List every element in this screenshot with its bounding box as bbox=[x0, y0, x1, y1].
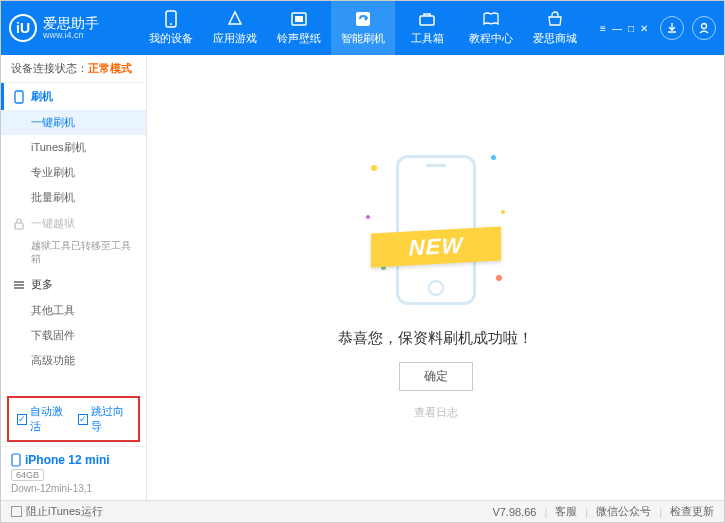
device-sub: Down-12mini-13,1 bbox=[11, 483, 136, 494]
options-row: ✓ 自动激活 ✓ 跳过向导 bbox=[7, 396, 140, 442]
nav-label: 智能刷机 bbox=[341, 31, 385, 46]
download-icon bbox=[665, 21, 679, 35]
device-info[interactable]: iPhone 12 mini 64GB Down-12mini-13,1 bbox=[1, 446, 146, 500]
version-label: V7.98.66 bbox=[492, 506, 536, 518]
sidebar-item-advanced[interactable]: 高级功能 bbox=[1, 348, 146, 373]
app-name: 爱思助手 bbox=[43, 16, 99, 30]
maximize-icon[interactable]: □ bbox=[628, 23, 634, 34]
svg-rect-4 bbox=[356, 12, 370, 26]
footer: 阻止iTunes运行 V7.98.66 | 客服 | 微信公众号 | 检查更新 bbox=[1, 500, 724, 522]
download-button[interactable] bbox=[660, 16, 684, 40]
store-icon bbox=[546, 10, 564, 28]
checkbox-icon: ✓ bbox=[17, 414, 27, 425]
nav-label: 爱思商城 bbox=[533, 31, 577, 46]
device-icon bbox=[11, 453, 21, 467]
sidebar-item-batch-flash[interactable]: 批量刷机 bbox=[1, 185, 146, 210]
checkbox-icon: ✓ bbox=[78, 414, 88, 425]
lock-icon bbox=[13, 218, 25, 230]
top-nav: 我的设备 应用游戏 铃声壁纸 智能刷机 工具箱 教程中心 爱思商城 bbox=[139, 1, 600, 55]
footer-link-update[interactable]: 检查更新 bbox=[670, 504, 714, 519]
phone-small-icon bbox=[13, 90, 25, 104]
checkbox-block-itunes[interactable] bbox=[11, 506, 22, 517]
status-value: 正常模式 bbox=[88, 62, 132, 74]
sidebar-section-jailbreak: 一键越狱 bbox=[1, 210, 146, 237]
menu-icon[interactable]: ≡ bbox=[600, 23, 606, 34]
section-label: 刷机 bbox=[31, 89, 53, 104]
new-ribbon: NEW bbox=[371, 227, 501, 268]
confirm-button[interactable]: 确定 bbox=[399, 362, 473, 391]
main-content: NEW 恭喜您，保资料刷机成功啦！ 确定 查看日志 bbox=[147, 55, 724, 500]
jailbreak-note: 越狱工具已转移至工具箱 bbox=[1, 237, 146, 271]
sidebar-item-other-tools[interactable]: 其他工具 bbox=[1, 298, 146, 323]
phone-icon bbox=[162, 10, 180, 28]
sidebar-item-pro-flash[interactable]: 专业刷机 bbox=[1, 160, 146, 185]
checkbox-skip-guide[interactable]: ✓ 跳过向导 bbox=[78, 404, 131, 434]
logo-icon: iU bbox=[9, 14, 37, 42]
sidebar: 设备连接状态：正常模式 刷机 一键刷机 iTunes刷机 专业刷机 批量刷机 一… bbox=[1, 55, 147, 500]
nav-toolbox[interactable]: 工具箱 bbox=[395, 1, 459, 55]
minimize-icon[interactable]: — bbox=[612, 23, 622, 34]
nav-label: 铃声壁纸 bbox=[277, 31, 321, 46]
success-illustration: NEW bbox=[361, 135, 511, 315]
body: 设备连接状态：正常模式 刷机 一键刷机 iTunes刷机 专业刷机 批量刷机 一… bbox=[1, 55, 724, 500]
header-right: ≡ — □ ✕ bbox=[600, 16, 716, 40]
more-icon bbox=[13, 280, 25, 290]
footer-link-wechat[interactable]: 微信公众号 bbox=[596, 504, 651, 519]
checkbox-auto-activate[interactable]: ✓ 自动激活 bbox=[17, 404, 70, 434]
success-message: 恭喜您，保资料刷机成功啦！ bbox=[338, 329, 533, 348]
checkbox-label: 跳过向导 bbox=[91, 404, 130, 434]
sidebar-item-oneclick-flash[interactable]: 一键刷机 bbox=[1, 110, 146, 135]
nav-label: 我的设备 bbox=[149, 31, 193, 46]
connection-status: 设备连接状态：正常模式 bbox=[1, 55, 146, 83]
svg-rect-3 bbox=[295, 16, 303, 22]
logo: iU 爱思助手 www.i4.cn bbox=[9, 14, 139, 42]
nav-apps[interactable]: 应用游戏 bbox=[203, 1, 267, 55]
view-log-link[interactable]: 查看日志 bbox=[414, 405, 458, 420]
nav-ringtones[interactable]: 铃声壁纸 bbox=[267, 1, 331, 55]
nav-store[interactable]: 爱思商城 bbox=[523, 1, 587, 55]
app-header: iU 爱思助手 www.i4.cn 我的设备 应用游戏 铃声壁纸 智能刷机 工具… bbox=[1, 1, 724, 55]
device-capacity: 64GB bbox=[11, 469, 44, 481]
close-icon[interactable]: ✕ bbox=[640, 23, 648, 34]
app-url: www.i4.cn bbox=[43, 30, 99, 40]
section-label: 一键越狱 bbox=[31, 216, 75, 231]
section-label: 更多 bbox=[31, 277, 53, 292]
svg-rect-9 bbox=[12, 454, 20, 466]
block-itunes-label: 阻止iTunes运行 bbox=[26, 504, 103, 519]
footer-link-support[interactable]: 客服 bbox=[555, 504, 577, 519]
nav-my-device[interactable]: 我的设备 bbox=[139, 1, 203, 55]
svg-point-6 bbox=[702, 24, 707, 29]
sidebar-item-download-firmware[interactable]: 下载固件 bbox=[1, 323, 146, 348]
toolbox-icon bbox=[418, 10, 436, 28]
user-icon bbox=[697, 21, 711, 35]
device-name: iPhone 12 mini bbox=[11, 453, 136, 467]
checkbox-label: 自动激活 bbox=[30, 404, 69, 434]
nav-smart-flash[interactable]: 智能刷机 bbox=[331, 1, 395, 55]
sidebar-section-more[interactable]: 更多 bbox=[1, 271, 146, 298]
svg-rect-7 bbox=[15, 91, 23, 103]
svg-rect-5 bbox=[420, 16, 434, 25]
book-icon bbox=[482, 10, 500, 28]
sidebar-section-flash[interactable]: 刷机 bbox=[1, 83, 146, 110]
svg-rect-8 bbox=[15, 223, 23, 229]
status-label: 设备连接状态： bbox=[11, 62, 88, 74]
nav-label: 教程中心 bbox=[469, 31, 513, 46]
wallpaper-icon bbox=[290, 10, 308, 28]
flash-icon bbox=[354, 10, 372, 28]
nav-tutorials[interactable]: 教程中心 bbox=[459, 1, 523, 55]
nav-label: 工具箱 bbox=[411, 31, 444, 46]
apps-icon bbox=[226, 10, 244, 28]
window-controls: ≡ — □ ✕ bbox=[600, 23, 648, 34]
svg-point-1 bbox=[170, 23, 172, 25]
nav-label: 应用游戏 bbox=[213, 31, 257, 46]
user-button[interactable] bbox=[692, 16, 716, 40]
sidebar-item-itunes-flash[interactable]: iTunes刷机 bbox=[1, 135, 146, 160]
